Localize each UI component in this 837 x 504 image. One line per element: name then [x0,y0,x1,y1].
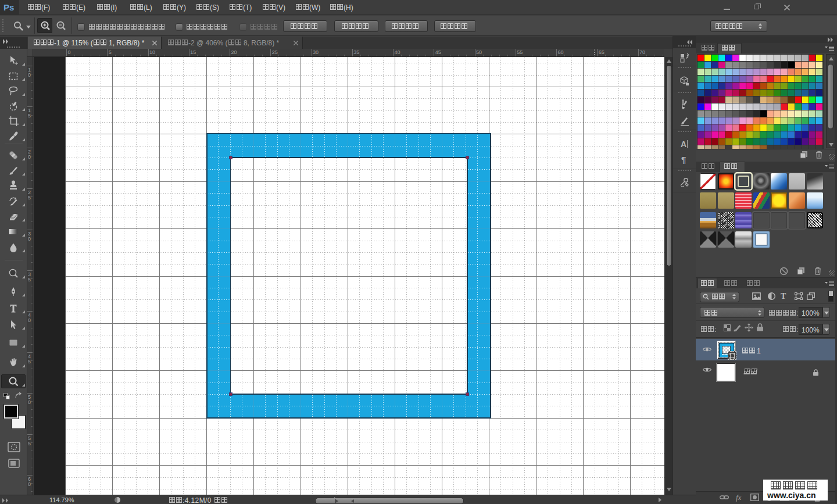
svg-text:¶: ¶ [681,155,686,165]
svg-text:A: A [681,140,686,149]
